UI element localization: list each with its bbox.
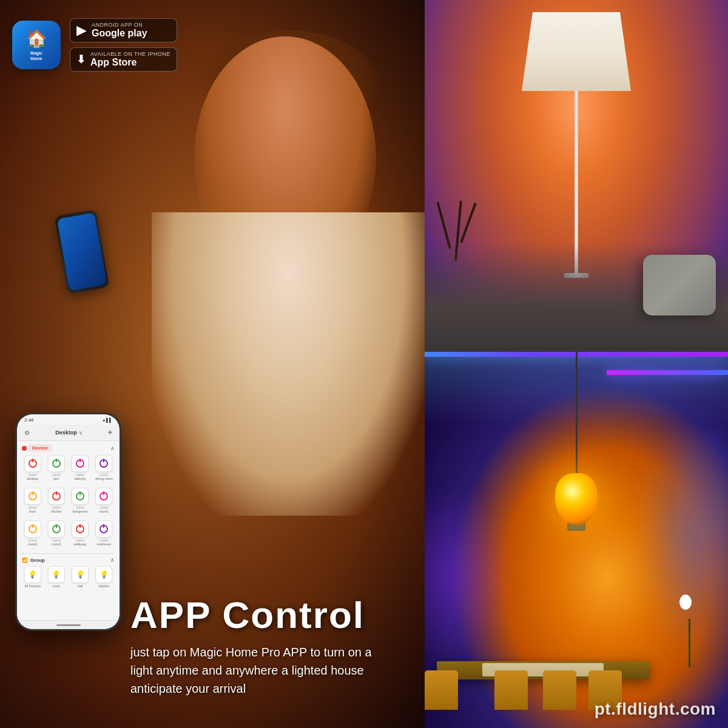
phone-signal: ● ▌▌ (103, 418, 112, 422)
device-btn-room2[interactable] (24, 521, 41, 538)
wifi-icon: 📶 (22, 558, 28, 563)
device-item-balcony: 100% balcony › (70, 455, 91, 484)
device-item-door: 100% door › (22, 488, 43, 517)
app-control-title: APP Control (130, 596, 385, 634)
power-icon-yellow-2 (29, 525, 37, 533)
logo-name: Magic Home (30, 51, 42, 61)
device-item-room1: 100% room1 › (93, 488, 115, 517)
device-btn-pen[interactable] (48, 455, 65, 472)
chevron-hall: › (79, 588, 81, 592)
power-icon-pink-2 (99, 492, 108, 500)
chevron-right-icon-7: › (79, 513, 81, 517)
bulb-icon-room: 💡 (52, 570, 61, 579)
chevron-right-icon-8: › (104, 513, 105, 517)
dining-chair-3 (543, 670, 576, 710)
device-btn-desktop[interactable] (24, 455, 41, 472)
group-grid: 💡 All Devices › 💡 room › (22, 566, 115, 592)
branch-3 (460, 203, 477, 243)
header-logos: 🏠 Magic Home ▶ ANDROID APP ON Google pla… (12, 18, 177, 72)
device-collapse-icon: ∧ (110, 445, 115, 451)
device-item-room2: 100% room2 › (22, 521, 43, 550)
pendant-wire (576, 352, 578, 473)
dining-chair-1 (425, 670, 458, 710)
power-icon-green-2 (76, 492, 84, 500)
power-icon-red-3 (76, 525, 84, 533)
chevron-right-icon-12: › (104, 546, 105, 550)
google-play-badge[interactable]: ▶ ANDROID APP ON Google play (70, 18, 177, 42)
group-item-all: 💡 All Devices › (22, 566, 43, 592)
app-store-badge[interactable]: ⬇ Available on the iPhone App Store (70, 47, 177, 72)
device-btn-living[interactable] (72, 488, 89, 505)
person-body (152, 212, 425, 516)
power-icon-yellow (29, 492, 37, 500)
device-btn-room1[interactable] (95, 488, 112, 505)
device-item-pen: 100% pen › (46, 455, 67, 484)
purple-ambient-light (425, 485, 516, 667)
group-btn-all[interactable]: 💡 (24, 566, 41, 583)
power-icon-red-2 (52, 492, 61, 500)
chevron-right-icon-2: › (56, 480, 57, 484)
power-icon-pink (76, 459, 84, 468)
app-store-icon: ⬇ (76, 53, 86, 66)
lamp-room-background (425, 0, 728, 352)
group-btn-hall[interactable]: 💡 (72, 566, 89, 583)
left-panel: 🏠 Magic Home ▶ ANDROID APP ON Google pla… (0, 0, 425, 728)
floor-lamp (522, 12, 631, 278)
power-icon-purple-2 (99, 525, 108, 533)
phone-screen: 2:48 ● ▌▌ ⚙ Desktop ∨ + (17, 414, 120, 629)
dining-room-background (425, 352, 728, 728)
dropdown-arrow-icon: ∨ (79, 430, 83, 436)
group-item-kitchen: 💡 kitchen › (93, 566, 115, 592)
store-badges: ▶ ANDROID APP ON Google play ⬇ Available… (70, 18, 177, 72)
device-btn-walkway[interactable] (72, 521, 89, 538)
power-icon-green-3 (52, 525, 61, 533)
device-btn-room3[interactable] (48, 521, 65, 538)
chevron-right-icon-10: › (56, 546, 57, 550)
lamp-shade (522, 12, 631, 91)
chevron-right-icon-11: › (79, 546, 81, 550)
device-item-washroom: 100% washroon › (93, 521, 115, 550)
device-btn-door[interactable] (24, 488, 41, 505)
right-top-panel (425, 0, 728, 352)
device-btn-dining[interactable] (95, 455, 112, 472)
chevron-right-icon-9: › (32, 546, 33, 550)
device-item-desktop: 100% desktop › (22, 455, 43, 484)
chevron-all: › (32, 588, 33, 592)
device-section-header: Device ∧ (22, 444, 115, 452)
device-btn-balcony[interactable] (72, 455, 89, 472)
chevron-right-icon-6: › (56, 513, 57, 517)
sofa-area (425, 243, 728, 352)
device-item-kitchen: 100% kitchen › (46, 488, 67, 517)
app-store-label: App Store (90, 57, 170, 68)
google-play-text: ANDROID APP ON Google play (92, 22, 147, 39)
device-section-title: Device (29, 444, 52, 452)
pendant-bulb (555, 473, 598, 525)
chevron-right-icon: › (32, 480, 33, 484)
group-btn-room[interactable]: 💡 (48, 566, 65, 583)
right-bottom-panel (425, 352, 728, 728)
group-item-room: 💡 room › (46, 566, 67, 592)
main-container: 🏠 Magic Home ▶ ANDROID APP ON Google pla… (0, 0, 728, 728)
device-item-dining: 100% dining room › (93, 455, 115, 484)
google-play-label: Google play (92, 28, 147, 39)
device-btn-washroom[interactable] (95, 521, 112, 538)
flower-stem (689, 619, 690, 667)
device-grid-row1: 100% desktop › 100% pen › (22, 455, 115, 484)
app-control-section: APP Control just tap on Magic Home Pro A… (130, 596, 385, 698)
chevron-right-icon-4: › (104, 480, 105, 484)
app-store-small-label: Available on the iPhone (90, 51, 170, 57)
google-play-small-label: ANDROID APP ON (92, 22, 147, 28)
led-right-strip (607, 370, 728, 375)
bulb-icon-all: 💡 (28, 570, 37, 579)
device-status-indicator (22, 446, 27, 451)
phone-time: 2:48 (24, 417, 34, 423)
device-item-living: 100% livingroom › (70, 488, 91, 517)
app-store-text: Available on the iPhone App Store (90, 51, 170, 68)
device-btn-kitchen[interactable] (48, 488, 65, 505)
device-item-room3: 100% room3 › (46, 521, 67, 550)
google-play-icon: ▶ (76, 22, 87, 38)
group-section-header: 📶 Group ∧ (22, 557, 115, 563)
group-btn-kitchen[interactable]: 💡 (95, 566, 112, 583)
power-icon-green (52, 459, 61, 468)
group-section: 📶 Group ∧ 💡 All Devices › (22, 557, 115, 592)
